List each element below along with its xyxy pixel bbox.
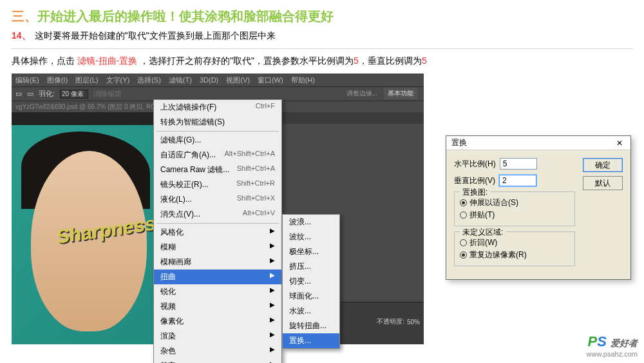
menu-item[interactable]: 自适应广角(A)...Alt+Shift+Ctrl+A (154, 148, 281, 162)
horizontal-scale-input[interactable] (500, 158, 537, 170)
radio-wrap[interactable]: 折回(W) (460, 237, 569, 248)
radio-repeat-edge[interactable]: 重复边缘像素(R) (460, 250, 569, 260)
adjust-edge-btn[interactable]: 调整边缘... (343, 88, 381, 99)
submenu-item[interactable]: 置换... (283, 333, 339, 348)
menu-item[interactable]: 渲染▶ (154, 329, 281, 344)
instruction-text: 具体操作，点击 滤镜-扭曲-置换 ，选择打开之前存好的"取代"，置换参数水平比例… (12, 55, 632, 67)
menubar-item[interactable]: 图层(L) (75, 75, 98, 85)
submenu-item[interactable]: 水波... (283, 304, 339, 319)
submenu-item[interactable]: 切变... (283, 274, 339, 289)
menubar-item[interactable]: 编辑(E) (15, 75, 39, 85)
menubar-item[interactable]: 视图(V) (226, 75, 250, 85)
menu-item[interactable]: 液化(L)...Shift+Ctrl+X (154, 192, 281, 207)
menu-item[interactable]: 转换为智能滤镜(S) (154, 115, 281, 130)
feather-input[interactable] (60, 90, 88, 99)
menu-item[interactable]: 风格化▶ (154, 225, 281, 240)
divider (12, 48, 632, 49)
filter-menu: 上次滤镜操作(F)Ctrl+F转换为智能滤镜(S)滤镜库(G)...自适应广角(… (153, 99, 282, 363)
submenu-item[interactable]: 波纹... (283, 230, 339, 244)
menu-item[interactable]: 模糊画廊▶ (154, 255, 281, 270)
submenu-item[interactable]: 挤压... (283, 259, 339, 274)
menu-item[interactable]: 视频▶ (154, 299, 281, 314)
menubar-item[interactable]: 文字(Y) (106, 75, 130, 85)
menubar-item[interactable]: 3D(D) (200, 76, 218, 84)
menu-item[interactable]: 扭曲▶ (154, 270, 281, 284)
displace-dialog: 置换 ✕ 水平比例(H) 垂直比例(V) 置换图: 伸展以适合(S) 拼贴(T) (446, 135, 631, 280)
menu-item[interactable]: 上次滤镜操作(F)Ctrl+F (154, 100, 281, 115)
submenu-item[interactable]: 极坐标... (283, 244, 339, 259)
menu-item[interactable]: 其它▶ (154, 358, 281, 363)
step-number: 14、 (12, 30, 31, 42)
menubar-item[interactable]: 窗口(W) (258, 75, 283, 85)
options-bar: ▭ ▭ 羽化: 消除锯齿 调整边缘... 基本功能 (12, 86, 424, 101)
menu-item[interactable]: 模糊▶ (154, 240, 281, 255)
menu-bar: 编辑(E)图像(I)图层(L)文字(Y)选择(S)滤镜(T)3D(D)视图(V)… (12, 74, 424, 86)
step-line: 14、 这时要将最开始创建的"取代"文件置换到最上面那个图层中来 (12, 30, 632, 42)
menubar-item[interactable]: 图像(I) (47, 75, 68, 85)
menubar-item[interactable]: 滤镜(T) (169, 75, 192, 85)
default-button[interactable]: 默认 (583, 176, 623, 190)
dialog-title: 置换 (451, 137, 467, 148)
menu-item[interactable]: 滤镜库(G)... (154, 133, 281, 148)
menu-item[interactable]: 消失点(V)...Alt+Ctrl+V (154, 207, 281, 222)
vertical-scale-input[interactable] (499, 175, 536, 186)
icon-box: ▭ (15, 90, 22, 98)
ok-button[interactable]: 确定 (583, 158, 623, 172)
menubar-item[interactable]: 选择(S) (137, 75, 161, 85)
close-icon[interactable]: ✕ (614, 138, 625, 148)
radio-stretch[interactable]: 伸展以适合(S) (460, 197, 569, 208)
watermark: PS 爱好者 www.psahz.com (587, 333, 638, 358)
menubar-item[interactable]: 帮助(H) (291, 75, 315, 85)
submenu-item[interactable]: 球面化... (283, 289, 339, 304)
menu-item[interactable]: 镜头校正(R)...Shift+Ctrl+R (154, 177, 281, 192)
distort-submenu: 波浪...波纹...极坐标...挤压...切变...球面化...水波...旋转扭… (282, 214, 340, 349)
submenu-item[interactable]: 旋转扭曲... (283, 319, 339, 333)
submenu-item[interactable]: 波浪... (283, 215, 339, 230)
menu-item[interactable]: 锐化▶ (154, 284, 281, 299)
radio-tile[interactable]: 拼贴(T) (460, 210, 569, 221)
icon-box: ▭ (27, 90, 33, 98)
menu-item[interactable]: 杂色▶ (154, 344, 281, 358)
workspace-essentials[interactable]: 基本功能 (384, 88, 417, 99)
section-heading: 三、开始进入最后的操作啦！使其涂鸦和脸部融合得更好 (12, 8, 632, 25)
menu-item[interactable]: 像素化▶ (154, 314, 281, 329)
menu-item[interactable]: Camera Raw 滤镜...Shift+Ctrl+A (154, 162, 281, 177)
canvas: Sharpness (12, 112, 153, 344)
photoshop-screenshot: 编辑(E)图像(I)图层(L)文字(Y)选择(S)滤镜(T)3D(D)视图(V)… (12, 74, 424, 344)
